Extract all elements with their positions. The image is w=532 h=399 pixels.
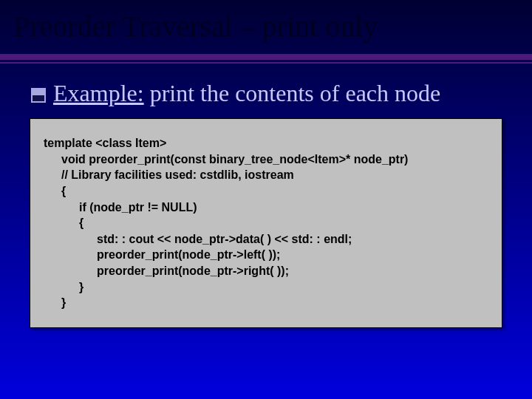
bullet-text: Example: print the contents of each node (53, 81, 440, 106)
code-line: } (44, 279, 488, 296)
slide-content: Example: print the contents of each node… (0, 64, 532, 328)
bullet-square-icon (31, 88, 46, 103)
code-line: } (44, 295, 488, 311)
bullet-lead: Example: (53, 80, 144, 106)
title-rule (0, 52, 532, 64)
bullet-item: Example: print the contents of each node (31, 81, 501, 106)
code-line: if (node_ptr != NULL) (44, 200, 488, 216)
code-line: { (44, 215, 488, 231)
slide-title: Preorder Traversal – print only (0, 0, 532, 50)
bullet-rest: print the contents of each node (144, 80, 441, 106)
code-line: preorder_print(node_ptr->left( )); (44, 247, 488, 263)
code-block: template <class Item> void preorder_prin… (30, 118, 502, 328)
code-line: template <class Item> (44, 135, 488, 151)
code-line: preorder_print(node_ptr->right( )); (44, 263, 488, 279)
svg-rect-1 (32, 89, 45, 95)
code-line: { (44, 183, 488, 200)
code-line: void preorder_print(const binary_tree_no… (44, 151, 488, 168)
code-line: std: : cout << node_ptr->data( ) << std:… (44, 231, 488, 248)
code-line: // Library facilities used: cstdlib, ios… (44, 167, 488, 183)
